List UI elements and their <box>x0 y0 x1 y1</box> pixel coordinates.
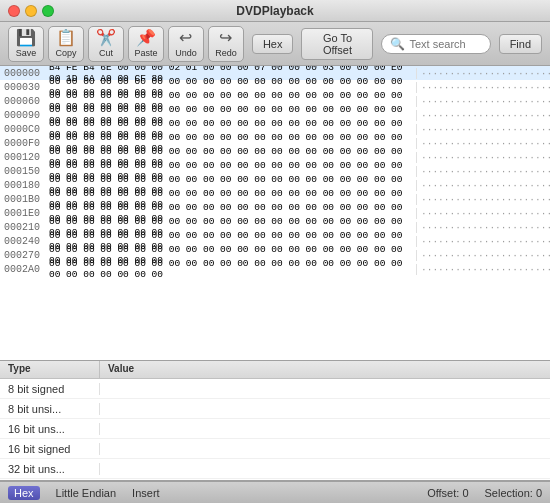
search-input[interactable] <box>409 38 481 50</box>
hex-address: 000240 <box>4 236 49 247</box>
inspector-type-cell: 32 bit uns... <box>0 463 100 475</box>
hex-ascii: ························ <box>416 68 546 79</box>
status-right: Offset: 0 Selection: 0 <box>427 487 542 499</box>
hex-address: 0002A0 <box>4 264 49 275</box>
hex-ascii: ························ <box>416 138 546 149</box>
inspector-value-header: Value <box>100 361 550 378</box>
minimize-button[interactable] <box>25 5 37 17</box>
redo-button[interactable]: ↪ Redo <box>208 26 244 62</box>
hex-address: 000090 <box>4 110 49 121</box>
inspector-type-header: Type <box>0 361 100 378</box>
hex-address: 000270 <box>4 250 49 261</box>
hex-ascii: ························ <box>416 110 546 121</box>
toolbar: 💾 Save 📋 Copy ✂️ Cut 📌 Paste ↩ Undo ↪ Re… <box>0 22 550 66</box>
undo-label: Undo <box>175 48 197 58</box>
inspector-row[interactable]: 16 bit signed <box>0 439 550 459</box>
hex-bytes: 00 00 00 00 00 00 00 00 00 00 00 00 00 0… <box>49 258 416 280</box>
goto-offset-button[interactable]: Go To Offset <box>301 28 373 60</box>
copy-label: Copy <box>55 48 76 58</box>
hex-address: 0001E0 <box>4 208 49 219</box>
inspector-type-cell: 8 bit unsi... <box>0 403 100 415</box>
hex-ascii: ························ <box>416 264 546 275</box>
hex-ascii: ························ <box>416 166 546 177</box>
redo-icon: ↪ <box>219 30 232 46</box>
status-little-endian[interactable]: Little Endian <box>56 487 117 499</box>
hex-ascii: ························ <box>416 194 546 205</box>
hex-ascii: ························ <box>416 250 546 261</box>
redo-label: Redo <box>215 48 237 58</box>
inspector-header: Type Value <box>0 361 550 379</box>
undo-icon: ↩ <box>179 30 192 46</box>
hex-address: 000180 <box>4 180 49 191</box>
cut-button[interactable]: ✂️ Cut <box>88 26 124 62</box>
hex-address: 000210 <box>4 222 49 233</box>
hex-address: 0000F0 <box>4 138 49 149</box>
status-hex[interactable]: Hex <box>8 486 40 500</box>
paste-label: Paste <box>134 48 157 58</box>
hex-ascii: ························ <box>416 222 546 233</box>
hex-ascii: ························ <box>416 96 546 107</box>
hex-ascii: ························ <box>416 124 546 135</box>
window-title: DVDPlayback <box>236 4 313 18</box>
hex-ascii: ························ <box>416 82 546 93</box>
inspector-type-cell: 16 bit uns... <box>0 423 100 435</box>
inspector-row[interactable]: 16 bit uns... <box>0 419 550 439</box>
hex-ascii: ························ <box>416 180 546 191</box>
cut-icon: ✂️ <box>96 30 116 46</box>
find-button[interactable]: Find <box>499 34 542 54</box>
save-label: Save <box>16 48 37 58</box>
hex-address: 000000 <box>4 68 49 79</box>
status-bar: Hex Little Endian Insert Offset: 0 Selec… <box>0 481 550 503</box>
status-offset: Offset: 0 <box>427 487 468 499</box>
hex-address: 0001B0 <box>4 194 49 205</box>
hex-address: 000030 <box>4 82 49 93</box>
hex-address: 000060 <box>4 96 49 107</box>
copy-button[interactable]: 📋 Copy <box>48 26 84 62</box>
cut-label: Cut <box>99 48 113 58</box>
hex-ascii: ························ <box>416 152 546 163</box>
hex-row[interactable]: 0002A0 00 00 00 00 00 00 00 00 00 00 00 … <box>0 262 550 276</box>
hex-address: 000120 <box>4 152 49 163</box>
hex-content[interactable]: 000000 B4 FE B4 6E 00 00 00 02 01 00 00 … <box>0 66 550 360</box>
inspector-row[interactable]: 8 bit unsi... <box>0 399 550 419</box>
title-bar: DVDPlayback <box>0 0 550 22</box>
hex-ascii: ························ <box>416 236 546 247</box>
inspector-type-cell: 8 bit signed <box>0 383 100 395</box>
status-selection: Selection: 0 <box>485 487 542 499</box>
paste-button[interactable]: 📌 Paste <box>128 26 164 62</box>
inspector-row[interactable]: 8 bit signed <box>0 379 550 399</box>
paste-icon: 📌 <box>136 30 156 46</box>
inspector-rows: 8 bit signed 8 bit unsi... 16 bit uns...… <box>0 379 550 481</box>
save-icon: 💾 <box>16 30 36 46</box>
hex-address: 0000C0 <box>4 124 49 135</box>
copy-icon: 📋 <box>56 30 76 46</box>
hex-button[interactable]: Hex <box>252 34 294 54</box>
hex-editor: 000000 B4 FE B4 6E 00 00 00 02 01 00 00 … <box>0 66 550 361</box>
undo-button[interactable]: ↩ Undo <box>168 26 204 62</box>
search-box[interactable]: 🔍 <box>381 34 490 54</box>
traffic-lights <box>8 5 54 17</box>
save-button[interactable]: 💾 Save <box>8 26 44 62</box>
hex-address: 000150 <box>4 166 49 177</box>
close-button[interactable] <box>8 5 20 17</box>
inspector-type-cell: 16 bit signed <box>0 443 100 455</box>
hex-ascii: ························ <box>416 208 546 219</box>
toolbar-right: Hex Go To Offset 🔍 Find <box>252 28 542 60</box>
inspector-panel: Type Value 8 bit signed 8 bit unsi... 16… <box>0 361 550 481</box>
inspector-row[interactable]: 32 bit uns... <box>0 459 550 479</box>
maximize-button[interactable] <box>42 5 54 17</box>
status-insert[interactable]: Insert <box>132 487 160 499</box>
search-icon: 🔍 <box>390 37 405 51</box>
